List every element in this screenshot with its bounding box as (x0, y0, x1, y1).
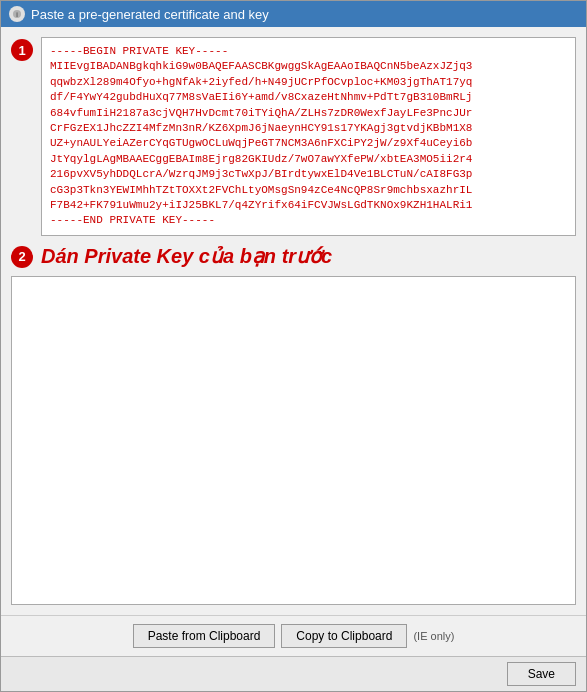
step1-row: 1 -----BEGIN PRIVATE KEY----- MIIEvgIBAD… (11, 37, 576, 236)
step2-badge: 2 (11, 246, 33, 268)
step1-badge: 1 (11, 39, 33, 61)
step2-row: 2 Dán Private Key của bạn trước (11, 244, 576, 268)
paste-from-clipboard-button[interactable]: Paste from Clipboard (133, 624, 276, 648)
title-bar: i Paste a pre-generated certificate and … (1, 1, 586, 27)
bottom-bar: Paste from Clipboard Copy to Clipboard (… (1, 615, 586, 656)
ie-only-label: (IE only) (413, 630, 454, 642)
private-key-textarea-container: -----BEGIN PRIVATE KEY----- MIIEvgIBADAN… (41, 37, 576, 236)
window-icon: i (9, 6, 25, 22)
save-bar: Save (1, 656, 586, 691)
step2-label: Dán Private Key của bạn trước (41, 244, 332, 268)
private-key-text[interactable]: -----BEGIN PRIVATE KEY----- MIIEvgIBADAN… (42, 38, 575, 235)
main-window: i Paste a pre-generated certificate and … (0, 0, 587, 692)
main-content: 1 -----BEGIN PRIVATE KEY----- MIIEvgIBAD… (1, 27, 586, 615)
title-text: Paste a pre-generated certificate and ke… (31, 7, 269, 22)
paste-area[interactable] (11, 276, 576, 605)
save-button[interactable]: Save (507, 662, 576, 686)
copy-to-clipboard-button[interactable]: Copy to Clipboard (281, 624, 407, 648)
